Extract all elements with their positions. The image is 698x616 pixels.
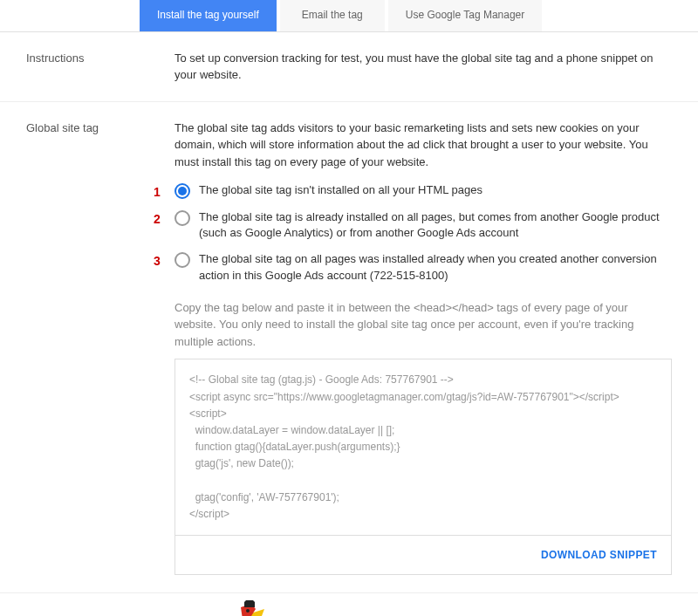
- svg-point-3: [246, 609, 250, 613]
- download-snippet-link[interactable]: DOWNLOAD SNIPPET: [541, 549, 657, 561]
- annotation-2: 2: [154, 210, 161, 229]
- tab-install-yourself[interactable]: Install the tag yourself: [140, 0, 277, 31]
- global-site-tag-label: Global site tag: [26, 120, 174, 575]
- tab-use-gtm[interactable]: Use Google Tag Manager: [388, 0, 543, 31]
- annotation-1: 1: [154, 183, 161, 202]
- radio-label-2: The global site tag is already installed…: [199, 209, 672, 241]
- instructions-section: Instructions To set up conversion tracki…: [0, 32, 698, 102]
- global-site-tag-section: Global site tag The global site tag adds…: [0, 102, 698, 593]
- woodpecker-icon: [216, 600, 277, 616]
- download-row: DOWNLOAD SNIPPET: [174, 536, 672, 575]
- svg-marker-2: [244, 600, 255, 602]
- radio-label-1: The global site tag isn't installed on a…: [199, 182, 672, 198]
- instructions-text: To set up conversion tracking for test, …: [174, 50, 672, 84]
- tagmanager-italia-logo: TagManagerItalia: [216, 600, 482, 616]
- tabs-row: Install the tag yourself Email the tag U…: [0, 0, 698, 32]
- global-site-tag-intro: The global site tag adds visitors to you…: [174, 120, 672, 171]
- radio-label-3: The global site tag on all pages was ins…: [199, 251, 672, 283]
- radio-row-2: 2 The global site tag is already install…: [174, 209, 672, 241]
- radio-option-3[interactable]: [174, 252, 190, 268]
- tab-email-tag[interactable]: Email the tag: [280, 0, 385, 31]
- radio-row-3: 3 The global site tag on all pages was i…: [174, 251, 672, 283]
- code-snippet-box[interactable]: <!-- Global site tag (gtag.js) - Google …: [174, 359, 672, 536]
- radio-group: 1 The global site tag isn't installed on…: [174, 182, 672, 284]
- radio-option-1[interactable]: [174, 183, 190, 199]
- annotation-3: 3: [154, 252, 161, 270]
- instructions-label: Instructions: [26, 50, 174, 84]
- copy-instructions: Copy the tag below and paste it in betwe…: [174, 299, 672, 351]
- svg-rect-1: [244, 602, 255, 607]
- radio-option-2[interactable]: [174, 210, 190, 226]
- radio-row-1: 1 The global site tag isn't installed on…: [174, 182, 672, 199]
- logo-area: TagManagerItalia: [0, 593, 698, 616]
